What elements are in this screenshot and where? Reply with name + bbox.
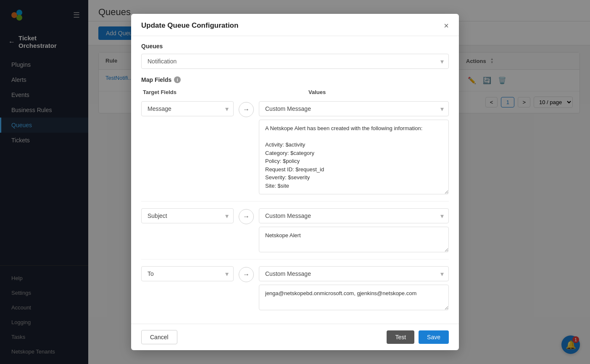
notification-select-wrapper: Notification ▾ bbox=[141, 54, 449, 69]
modal-overlay: Update Queue Configuration × Queues Noti… bbox=[0, 0, 590, 364]
cancel-button[interactable]: Cancel bbox=[141, 330, 177, 344]
fields-header: Target Fields Values bbox=[141, 89, 449, 95]
modal-close-button[interactable]: × bbox=[444, 21, 449, 30]
target-subject-wrapper: Subject ▾ bbox=[141, 208, 234, 223]
field-row-subject: Subject ▾ → Custom Message ▾ Netskope Al… bbox=[141, 208, 449, 252]
to-textarea[interactable]: jenga@netskopebd.onmicrosoft.com, gjenki… bbox=[259, 285, 449, 310]
message-textarea[interactable]: A Netskope Alert has been created with t… bbox=[259, 120, 449, 194]
footer-right: Test Save bbox=[387, 330, 449, 344]
subject-value-select[interactable]: Custom Message bbox=[259, 208, 449, 223]
modal-title: Update Queue Configuration bbox=[141, 21, 238, 30]
target-to-select[interactable]: To bbox=[141, 266, 234, 281]
save-button[interactable]: Save bbox=[419, 330, 449, 344]
modal-footer: Cancel Test Save bbox=[131, 324, 459, 350]
values-label: Values bbox=[283, 89, 449, 95]
to-value-area: Custom Message ▾ jenga@netskopebd.onmicr… bbox=[259, 266, 449, 310]
update-queue-modal: Update Queue Configuration × Queues Noti… bbox=[131, 14, 459, 350]
map-fields-label: Map Fields i bbox=[141, 76, 449, 83]
target-to-wrapper: To ▾ bbox=[141, 266, 234, 281]
target-fields-label: Target Fields bbox=[141, 89, 283, 95]
field-row-message: Message ▾ → Custom Message ▾ A Netskope … bbox=[141, 101, 449, 194]
target-message-wrapper: Message ▾ bbox=[141, 101, 234, 116]
info-icon: i bbox=[174, 76, 181, 83]
modal-header: Update Queue Configuration × bbox=[131, 14, 459, 36]
subject-value-area: Custom Message ▾ Netskope Alert bbox=[259, 208, 449, 252]
target-subject-select[interactable]: Subject bbox=[141, 208, 234, 223]
separator-1 bbox=[141, 201, 449, 202]
message-arrow-button[interactable]: → bbox=[239, 102, 254, 117]
target-message-select[interactable]: Message bbox=[141, 101, 234, 116]
modal-body: Queues Notification ▾ Map Fields i Targe… bbox=[131, 36, 459, 324]
subject-value-select-wrapper: Custom Message ▾ bbox=[259, 208, 449, 223]
to-value-select-wrapper: Custom Message ▾ bbox=[259, 266, 449, 281]
message-value-select[interactable]: Custom Message bbox=[259, 101, 449, 116]
message-value-area: Custom Message ▾ A Netskope Alert has be… bbox=[259, 101, 449, 194]
test-button[interactable]: Test bbox=[387, 330, 414, 344]
field-row-to: To ▾ → Custom Message ▾ jenga@netskopebd… bbox=[141, 266, 449, 310]
subject-arrow-button[interactable]: → bbox=[239, 209, 254, 224]
to-value-select[interactable]: Custom Message bbox=[259, 266, 449, 281]
to-arrow-button[interactable]: → bbox=[239, 267, 254, 282]
notification-select[interactable]: Notification bbox=[141, 54, 449, 69]
queues-section-label: Queues bbox=[141, 43, 449, 50]
message-value-select-wrapper: Custom Message ▾ bbox=[259, 101, 449, 116]
subject-textarea[interactable]: Netskope Alert bbox=[259, 227, 449, 252]
separator-2 bbox=[141, 259, 449, 259]
